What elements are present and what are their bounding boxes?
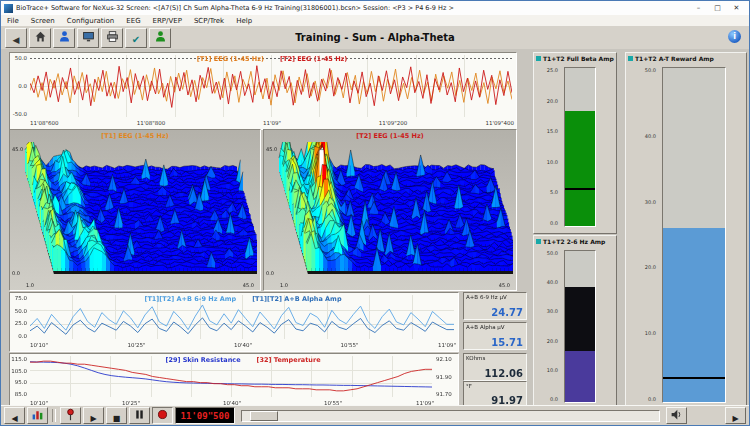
scale-tick: 30.0 xyxy=(645,199,656,205)
transport-bar: ◀▶■ 11'09"500 ▶ xyxy=(1,405,749,425)
marker-button[interactable] xyxy=(60,407,81,424)
app-icon xyxy=(4,4,13,13)
readout-value: 112.06 xyxy=(464,368,526,380)
scale-tick: 10.0 xyxy=(547,367,558,373)
z-axis-tick: 45.0 xyxy=(266,146,277,152)
timeline-slider[interactable] xyxy=(241,410,660,422)
time-axis-label: 11'08"800 xyxy=(137,120,166,126)
readout-box: A+B 6-9 Hz µV24.77 xyxy=(463,292,527,320)
menu-screen[interactable]: Screen xyxy=(25,17,61,25)
at-reward-amp-meter: T1+T2 A-T Reward Amp50.040.030.020.010.0… xyxy=(625,52,747,410)
time-axis-label: 11'09"200 xyxy=(379,120,408,126)
meter-title-text: T1+T2 Full Beta Amp xyxy=(543,55,614,62)
menu-eeg[interactable]: EEG xyxy=(120,17,146,25)
eeg-plot xyxy=(30,55,512,117)
y-axis-tick: 92.10 xyxy=(436,356,452,362)
meter-scale: 25.020.015.010.05.00.0 xyxy=(536,67,558,227)
scale-tick: 0.0 xyxy=(550,220,558,226)
pause-button[interactable] xyxy=(129,407,150,424)
meter-scale: 50.040.030.020.010.00.0 xyxy=(628,67,656,403)
meter-title-text: T1+T2 2-6 Hz Amp xyxy=(543,238,605,245)
stats-button[interactable] xyxy=(27,407,48,424)
play-icon: ▶ xyxy=(90,406,96,425)
stats-icon xyxy=(31,406,44,425)
info-icon[interactable]: i xyxy=(728,30,741,43)
session-icon xyxy=(154,28,167,47)
menu-file[interactable]: File xyxy=(1,17,25,25)
amp-plot xyxy=(30,295,454,339)
scale-tick: 50.0 xyxy=(645,67,656,73)
window-controls: –□✕ xyxy=(689,2,746,15)
meter-overlay-fill xyxy=(565,351,595,402)
scale-tick: 20.0 xyxy=(645,264,656,270)
y-axis-tick: 0.0 xyxy=(18,333,27,339)
menu-configuration[interactable]: Configuration xyxy=(61,17,120,25)
freq-axis-tick: 1.0 xyxy=(26,282,34,288)
freq-axis-tick: 45.0 xyxy=(499,282,510,288)
eeg-y-axis: 50.00.0-50.0 xyxy=(11,55,29,118)
mute-icon xyxy=(670,406,683,425)
y-axis-tick: 50.0 xyxy=(15,55,27,61)
scale-tick: 30.0 xyxy=(547,308,558,314)
meter-body: 25.020.015.010.05.00.0 xyxy=(534,65,616,229)
mute-button[interactable] xyxy=(666,407,687,424)
client-button[interactable] xyxy=(53,28,75,48)
screen-button[interactable] xyxy=(77,28,99,48)
readout-value: 15.71 xyxy=(464,337,526,349)
scale-tick: 15.0 xyxy=(547,128,558,134)
scale-tick: 10.0 xyxy=(547,159,558,165)
scale-tick: 5.0 xyxy=(550,189,558,195)
scale-tick: 20.0 xyxy=(547,98,558,104)
maximize-button[interactable]: □ xyxy=(708,2,727,15)
time-axis-label: 11'09" xyxy=(438,342,456,348)
timeline-slider-thumb[interactable] xyxy=(250,411,278,421)
z-axis-tick: 45.0 xyxy=(12,146,23,152)
menu-erpvep[interactable]: ERP/VEP xyxy=(147,17,188,25)
next-button[interactable]: ▶ xyxy=(725,407,746,424)
print-icon xyxy=(106,28,119,47)
physiology-y-axis-left: 115.0105.095.085.0 xyxy=(11,356,29,398)
amplitude-trend-chart: [T1][T2] A+B 6-9 Hz Amp[T1][T2] A+B Alph… xyxy=(9,292,459,352)
readout-box: KOhms112.06 xyxy=(463,353,527,381)
back-button[interactable]: ◀ xyxy=(5,28,27,48)
meter-body: 50.040.030.020.010.00.0 xyxy=(626,65,746,405)
scale-tick: 0.0 xyxy=(648,396,656,402)
theta-2-6hz-amp-meter: T1+T2 2-6 Hz Amp50.040.030.020.010.00.0 xyxy=(533,235,617,410)
session-button[interactable] xyxy=(149,28,171,48)
close-button[interactable]: ✕ xyxy=(727,2,746,15)
physiology-plot xyxy=(30,356,432,397)
scale-tick: 20.0 xyxy=(547,338,558,344)
y-axis-tick: 50.0 xyxy=(15,308,27,314)
meter-fill xyxy=(565,111,595,226)
time-axis-label: 11'09"400 xyxy=(485,120,514,126)
accept-button[interactable]: ✔ xyxy=(125,28,147,48)
scale-tick: 40.0 xyxy=(645,133,656,139)
y-axis-tick: 0.0 xyxy=(18,83,27,89)
print-button[interactable] xyxy=(101,28,123,48)
physiology-readouts: KOhms112.06°F91.97 xyxy=(463,353,527,408)
amp-y-axis: 75.050.025.00.0 xyxy=(11,295,29,340)
time-axis-label: 10'10" xyxy=(30,342,48,348)
meter-title: T1+T2 Full Beta Amp xyxy=(534,53,616,62)
prev-button[interactable]: ◀ xyxy=(4,407,25,424)
eeg-raw-chart: [T1] EEG (1-45 Hz)[T2] EEG (1-45 Hz) 50.… xyxy=(9,52,517,130)
threshold-line[interactable] xyxy=(565,188,595,190)
toolbar-buttons: ◀✔ xyxy=(5,28,171,48)
amplitude-readouts: A+B 6-9 Hz µV24.77A+B Alpha µV15.71 xyxy=(463,292,527,350)
menu-scptrek[interactable]: SCP/Trek xyxy=(188,17,230,25)
y-axis-tick: 85.0 xyxy=(15,391,27,397)
record-icon xyxy=(156,406,169,425)
title-bar[interactable]: BioTrace+ Software for NeXus-32 Screen: … xyxy=(1,1,749,16)
menu-help[interactable]: Help xyxy=(230,17,258,25)
readout-label: KOhms xyxy=(464,354,526,361)
stop-button[interactable]: ■ xyxy=(106,407,127,424)
home-button[interactable] xyxy=(29,28,51,48)
y-axis-tick: 25.0 xyxy=(15,320,27,326)
threshold-line[interactable] xyxy=(663,377,725,379)
full-beta-amp-meter: T1+T2 Full Beta Amp25.020.015.010.05.00.… xyxy=(533,52,617,234)
play-button[interactable]: ▶ xyxy=(83,407,104,424)
record-button[interactable] xyxy=(152,407,173,424)
z-axis-tick: 0.0 xyxy=(12,270,20,276)
meter-legend-square xyxy=(628,56,633,61)
minimize-button[interactable]: – xyxy=(689,2,708,15)
